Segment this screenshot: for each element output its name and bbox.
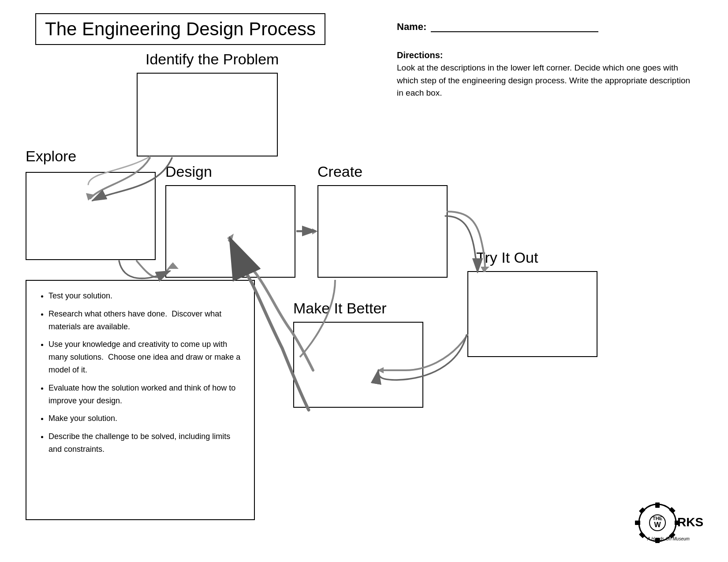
name-line [431,22,598,32]
tryitout-box [467,271,597,357]
logo: THE W RKS A Hands-On Museum [633,501,704,547]
svg-rect-15 [669,507,676,514]
description-item: Use your knowledge and creativity to com… [49,338,245,376]
create-label: Create [317,163,362,180]
identify-box [137,73,278,156]
svg-text:RKS: RKS [677,515,703,529]
explore-label: Explore [26,148,76,165]
svg-rect-12 [635,521,640,525]
descriptions-list: Test your solution. Research what others… [40,290,245,456]
create-box [317,185,448,278]
explore-box [26,172,156,260]
description-item: Test your solution. [49,290,245,302]
svg-rect-10 [655,502,660,508]
page-title: The Engineering Design Process [45,19,316,39]
title-box: The Engineering Design Process [35,13,325,45]
page: The Engineering Design Process Name: Dir… [0,0,728,562]
directions-title: Directions: [397,48,697,62]
description-item: Evaluate how the solution worked and thi… [49,382,245,407]
description-item: Research what others have done. Discover… [49,308,245,333]
svg-text:W: W [654,521,661,529]
design-box [165,185,295,278]
design-label: Design [165,163,212,180]
svg-text:A Hands-On Museum: A Hands-On Museum [647,536,690,541]
makeitbetter-label: Make It Better [293,300,387,317]
tryitout-label: Try It Out [476,249,538,266]
name-field: Name: [397,21,598,33]
svg-marker-3 [312,228,317,234]
svg-rect-16 [639,532,646,538]
directions: Directions: Look at the descriptions in … [397,48,697,100]
descriptions-box: Test your solution. Research what others… [26,280,255,520]
directions-text: Look at the descriptions in the lower le… [397,62,697,100]
logo-svg: THE W RKS A Hands-On Museum [633,501,704,545]
identify-label: Identify the Problem [146,51,279,68]
description-item: Make your solution. [49,412,245,425]
svg-rect-14 [639,507,646,514]
svg-text:THE: THE [653,516,662,521]
description-item: Describe the challenge to be solved, inc… [49,430,245,456]
makeitbetter-box [293,322,423,408]
name-label: Name: [397,21,426,33]
